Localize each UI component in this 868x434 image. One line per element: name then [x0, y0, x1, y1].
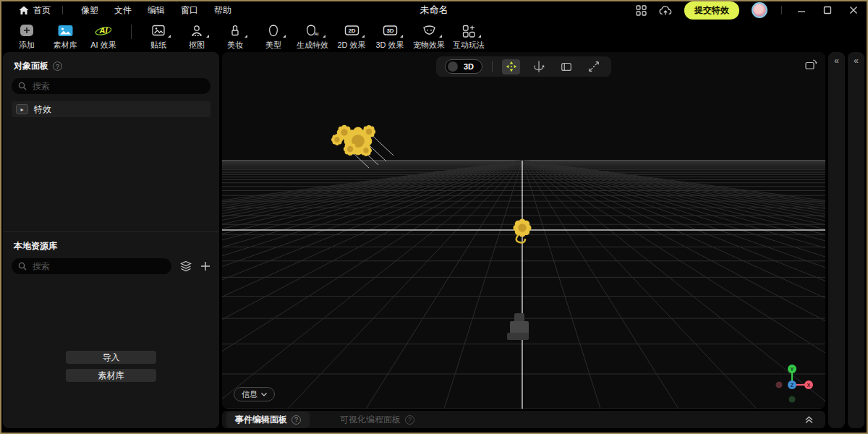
collapsed-panel-properties[interactable]: « [848, 52, 864, 428]
search-icon [18, 82, 27, 90]
toolbar-item-label: 素材库 [54, 40, 77, 51]
tab-label: 可视化编程面板 [340, 414, 401, 426]
expand-left-icon: « [834, 56, 839, 66]
help-icon[interactable]: ? [405, 415, 414, 425]
pet-face-icon [422, 24, 437, 37]
move-tool-button[interactable] [502, 59, 520, 75]
toolbar-item-face-shape[interactable]: 美型 [258, 23, 289, 51]
menu-xiangsu[interactable]: 像塑 [73, 4, 106, 17]
toggle-knob [448, 61, 458, 72]
toolbar-item-pet-effect[interactable]: 宠物效果 [413, 23, 445, 51]
interactive-blocks-icon [461, 24, 476, 38]
tab-visual-programming[interactable]: 可视化编程面板 ? [331, 412, 423, 428]
menu-file[interactable]: 文件 [106, 4, 140, 17]
axis-neg-y-dot [789, 396, 796, 403]
frame-tool-icon [560, 60, 573, 73]
object-search-input[interactable] [31, 80, 204, 92]
mode-toggle-3d[interactable]: 3D [445, 59, 482, 74]
toolbar-item-add[interactable]: 添加 [12, 23, 42, 51]
flower-cluster-object[interactable] [331, 125, 375, 156]
toolbar-item-label: 添加 [19, 40, 35, 51]
expand-tool-icon [587, 60, 600, 73]
toolbar-item-library[interactable]: 素材库 [50, 23, 80, 51]
ai-icon: AI [94, 23, 113, 38]
menu-window[interactable]: 窗口 [173, 4, 206, 17]
effects-toolbar: 添加 素材库 AI AI 效果 贴纸 抠图 美妆 美型 AI 生成特效 2D 2… [0, 20, 868, 51]
tab-label: 事件编辑面板 [235, 414, 287, 426]
toolbar-divider [131, 25, 132, 39]
frame-tool-button[interactable] [557, 59, 575, 75]
toolbar-item-label: 互动玩法 [453, 40, 485, 51]
library-icon [58, 25, 73, 37]
toolbar-item-3d-effect[interactable]: 3D 3D 效果 [375, 23, 405, 51]
toolbar-item-makeup[interactable]: 美妆 [220, 23, 250, 51]
svg-text:X: X [807, 383, 811, 388]
expand-panel-chevron-icon[interactable] [804, 416, 814, 424]
camera-object[interactable] [507, 313, 529, 340]
toggle-label: 3D [458, 62, 480, 71]
toolbar-item-label: 抠图 [189, 40, 205, 51]
titlebar: 首页 像塑 文件 编辑 窗口 帮助 未命名 提交特效 [0, 0, 868, 20]
svg-text:AI: AI [99, 26, 109, 35]
viewport-3d[interactable]: 3D 信息 Y X Z [222, 52, 825, 409]
menu-help[interactable]: 帮助 [206, 4, 239, 17]
tab-event-editor[interactable]: 事件编辑面板 ? [226, 412, 310, 428]
layers-icon[interactable] [179, 260, 192, 272]
rotate-tool-button[interactable] [529, 59, 548, 75]
axis-gizmo[interactable]: Y X Z [773, 362, 818, 404]
help-icon[interactable]: ? [292, 415, 301, 425]
dropdown-corner-icon [400, 35, 403, 38]
toolbar-item-generate-effect[interactable]: AI 生成特效 [297, 23, 328, 51]
help-icon[interactable]: ? [53, 61, 62, 71]
import-button[interactable]: 导入 [66, 351, 156, 364]
dropdown-corner-icon [362, 35, 365, 38]
library-search [12, 258, 171, 274]
close-button[interactable] [849, 6, 858, 14]
expand-left-icon: « [854, 56, 859, 66]
axis-neg-x-dot [776, 382, 783, 388]
dropdown-corner-icon [439, 35, 442, 38]
sticker-icon [151, 24, 166, 37]
dropdown-corner-icon [283, 35, 286, 38]
expand-tool-button[interactable] [584, 59, 603, 75]
toolbar-item-label: AI 效果 [90, 40, 116, 51]
rotate-screen-icon[interactable] [804, 59, 817, 73]
center-flower-object[interactable] [513, 218, 531, 237]
toolbar-item-label: 生成特效 [297, 40, 328, 51]
generate-effect-icon: AI [305, 24, 320, 37]
menu-edit[interactable]: 编辑 [140, 4, 173, 17]
toolbar-item-2d-effect[interactable]: 2D 2D 效果 [336, 23, 367, 51]
material-library-button[interactable]: 素材库 [66, 369, 156, 382]
local-library-title: 本地资源库 [14, 240, 57, 252]
apps-grid-icon[interactable] [636, 5, 647, 16]
svg-text:AI: AI [315, 32, 319, 36]
add-resource-icon[interactable] [200, 261, 210, 271]
toolbar-item-label: 贴纸 [150, 40, 166, 51]
object-row-label: 特效 [34, 103, 51, 116]
search-icon [18, 262, 27, 271]
submit-effect-button[interactable]: 提交特效 [684, 1, 739, 20]
object-tree-row-effect[interactable]: ▸ 特效 [12, 101, 210, 117]
info-dropdown[interactable]: 信息 [234, 387, 275, 401]
minimize-button[interactable] [797, 6, 806, 14]
toolbar-item-interactive[interactable]: 互动玩法 [453, 23, 485, 51]
dropdown-corner-icon [168, 35, 171, 38]
collapsed-panel-inspector[interactable]: « [828, 52, 845, 428]
titlebar-left: 首页 像塑 文件 编辑 窗口 帮助 [0, 4, 239, 17]
maximize-button[interactable] [823, 6, 832, 14]
toolbar-item-label: 2D 效果 [337, 40, 365, 51]
cloud-upload-icon[interactable] [659, 5, 672, 16]
object-search [12, 78, 210, 94]
local-library-header: 本地资源库 [3, 232, 219, 258]
home-button[interactable]: 首页 [19, 4, 51, 17]
expand-chevron-icon[interactable]: ▸ [16, 104, 28, 114]
toolbar-item-sticker[interactable]: 贴纸 [143, 23, 174, 51]
info-label: 信息 [242, 389, 258, 400]
scene-canvas [222, 52, 825, 409]
dropdown-corner-icon [323, 35, 326, 38]
window-controls [797, 6, 858, 14]
library-search-input[interactable] [31, 260, 165, 272]
avatar[interactable] [752, 2, 767, 18]
toolbar-item-ai-effect[interactable]: AI AI 效果 [88, 23, 119, 51]
toolbar-item-cutout[interactable]: 抠图 [182, 23, 212, 51]
